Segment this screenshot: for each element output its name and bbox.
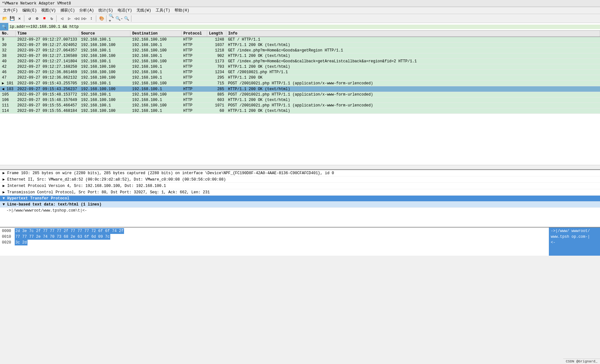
ascii-panel: ->|/www/ wwwroot/www.tpsh op.com-|<- xyxy=(549,228,600,256)
toolbar: 📂 💾 ✕ ↺ ⚙ ■ ↻ ◁ ▷ ◁◁ ▷▷ ↕ 🎨 🔍+ 🔍- 🔍 xyxy=(0,14,600,23)
table-cell: HTTP xyxy=(181,97,207,103)
packet-list[interactable]: No. Time Source Destination Protocol Len… xyxy=(0,31,600,165)
toolbar-go-last[interactable]: ▷▷ xyxy=(81,15,88,22)
table-cell: 2022-09-27 09:15:43.256237 xyxy=(15,86,79,92)
table-cell: 885 xyxy=(207,92,226,97)
table-cell: 2022-09-27 09:12:27.168250 xyxy=(15,64,79,70)
menu-item[interactable]: 分析(A) xyxy=(77,7,96,14)
table-row[interactable]: 322022-09-27 09:12:27.064357192.168.100.… xyxy=(0,48,600,53)
table-cell: 32 xyxy=(0,48,15,53)
table-cell: 192.168.100.100 xyxy=(130,37,181,43)
detail-row-linedata[interactable]: ▼ Line-based text data: text/html (1 lin… xyxy=(0,202,600,208)
table-cell: HTTP xyxy=(181,70,207,75)
toolbar-save[interactable]: 💾 xyxy=(9,15,16,22)
table-cell: 1234 xyxy=(207,70,226,75)
filter-icon: 🔍 xyxy=(0,23,8,30)
title-bar: *VMware Network Adapter VMnet8 xyxy=(0,0,600,7)
detail-row-frame[interactable]: ▶ Frame 103: 285 bytes on wire (2280 bit… xyxy=(0,170,600,176)
table-row[interactable]: 422022-09-27 09:12:27.168250192.168.100.… xyxy=(0,64,600,70)
table-cell: HTTP xyxy=(181,53,207,59)
table-row[interactable]: ▶ 1012022-09-27 09:15:43.255705192.168.1… xyxy=(0,81,600,86)
menu-item[interactable]: 视图(V) xyxy=(39,7,58,14)
table-row[interactable]: 402022-09-27 09:12:27.141804192.168.100.… xyxy=(0,59,600,64)
hex-row: 00002d 3e 7c 2f 77 77 77 2f 77 77 77 72 … xyxy=(2,228,547,234)
table-cell: 192.168.100.100 xyxy=(130,92,181,97)
table-cell: 2022-09-27 09:15:48.153772 xyxy=(15,92,79,97)
toolbar-go-fwd[interactable]: ▷ xyxy=(66,15,73,22)
menu-item[interactable]: 帮助(H) xyxy=(173,7,191,14)
table-cell: 192.168.100.100 xyxy=(79,53,130,59)
table-cell: 192.168.100.1 xyxy=(130,75,181,81)
table-row[interactable]: 382022-09-27 09:12:27.136580192.168.100.… xyxy=(0,53,600,59)
table-row[interactable]: 92022-09-27 09:12:27.007133192.168.100.1… xyxy=(0,37,600,43)
table-cell: 1173 xyxy=(207,59,226,64)
toolbar-zoom-in[interactable]: 🔍+ xyxy=(108,15,115,22)
table-cell: 192.168.100.100 xyxy=(79,97,130,103)
menu-item[interactable]: 工具(T) xyxy=(154,7,172,14)
table-cell: 192.168.100.1 xyxy=(79,81,130,86)
table-cell: 2022-09-27 09:15:43.255705 xyxy=(15,81,79,86)
table-row[interactable]: 472022-09-27 09:12:36.862132192.168.100.… xyxy=(0,75,600,81)
toolbar-sep5 xyxy=(131,15,132,22)
detail-row-ip[interactable]: ▶ Internet Protocol Version 4, Src: 192.… xyxy=(0,183,600,189)
title-text: *VMware Network Adapter VMnet8 xyxy=(2,1,71,6)
col-proto: Protocol xyxy=(181,31,207,37)
packet-table: No. Time Source Destination Protocol Len… xyxy=(0,31,600,114)
menu-bar: 文件(F)编辑(E)视图(V)捕获(C)分析(A)统计(S)电话(Y)无线(W)… xyxy=(0,7,600,14)
table-cell: GET /20010021.php HTTP/1.1 xyxy=(226,70,600,75)
table-row[interactable]: 1142022-09-27 09:15:55.468184192.168.100… xyxy=(0,108,600,114)
toolbar-coloring[interactable]: 🎨 xyxy=(98,15,105,22)
col-time: Time xyxy=(15,31,79,37)
horizontal-scrollbar[interactable] xyxy=(0,165,600,169)
table-cell: 192.168.100.1 xyxy=(130,64,181,70)
table-cell: 105 xyxy=(0,92,15,97)
table-cell: 703 xyxy=(207,64,226,70)
detail-row-ethernet[interactable]: ▶ Ethernet II, Src: VMware_d2:a8:52 (00:… xyxy=(0,176,600,183)
table-cell: 1218 xyxy=(207,48,226,53)
table-row[interactable]: 1062022-09-27 09:15:48.157649192.168.100… xyxy=(0,97,600,103)
toolbar-close[interactable]: ✕ xyxy=(16,15,23,22)
table-cell: 9 xyxy=(0,37,15,43)
menu-item[interactable]: 文件(F) xyxy=(1,7,20,14)
toolbar-sep4 xyxy=(106,15,107,22)
table-row[interactable]: 1112022-09-27 09:15:55.466457192.168.100… xyxy=(0,103,600,108)
col-len: Length xyxy=(207,31,226,37)
filter-input[interactable] xyxy=(8,25,600,29)
menu-item[interactable]: 无线(W) xyxy=(135,7,153,14)
detail-row-tcp[interactable]: ▶ Transmission Control Protocol, Src Por… xyxy=(0,189,600,196)
table-row[interactable]: ◀ 1032022-09-27 09:15:43.256237192.168.1… xyxy=(0,86,600,92)
table-cell: HTTP xyxy=(181,48,207,53)
menu-item[interactable]: 统计(S) xyxy=(97,7,115,14)
toolbar-open[interactable]: 📂 xyxy=(1,15,8,22)
table-cell: 2022-09-27 09:15:55.466457 xyxy=(15,103,79,108)
toolbar-go-back[interactable]: ◁ xyxy=(58,15,66,22)
toolbar-zoom-out[interactable]: 🔍- xyxy=(116,15,123,22)
table-cell: 715 xyxy=(207,81,226,86)
table-row[interactable]: 462022-09-27 09:12:36.861469192.168.100.… xyxy=(0,70,600,75)
detail-row-http[interactable]: ▼ Hypertext Transfer Protocol xyxy=(0,196,600,202)
table-cell: HTTP xyxy=(181,103,207,108)
table-cell: 114 xyxy=(0,108,15,114)
toolbar-stop[interactable]: ■ xyxy=(41,15,48,22)
table-cell: 295 xyxy=(207,75,226,81)
table-row[interactable]: 1052022-09-27 09:15:48.153772192.168.100… xyxy=(0,92,600,97)
toolbar-go-ref[interactable]: ↕ xyxy=(88,15,95,22)
table-cell: 2022-09-27 09:12:27.136580 xyxy=(15,53,79,59)
status-bar: CSDN @Grignard_ xyxy=(563,359,600,364)
menu-item[interactable]: 捕获(C) xyxy=(58,7,77,14)
menu-item[interactable]: 编辑(E) xyxy=(20,7,39,14)
toolbar-zoom-norm[interactable]: 🔍 xyxy=(123,15,130,22)
detail-row-linedata-sub[interactable]: ->|/www/wwwroot/www.tpshop.com\t|<- xyxy=(0,208,600,213)
table-cell: 60 xyxy=(207,108,226,114)
table-cell: 38 xyxy=(0,53,15,59)
toolbar-reload[interactable]: ↺ xyxy=(26,15,33,22)
toolbar-restart[interactable]: ↻ xyxy=(48,15,55,22)
table-cell: HTTP xyxy=(181,108,207,114)
toolbar-capture-opts[interactable]: ⚙ xyxy=(34,15,41,22)
toolbar-go-first[interactable]: ◁◁ xyxy=(73,15,80,22)
table-cell: 192.168.100.1 xyxy=(79,37,130,43)
menu-item[interactable]: 电话(Y) xyxy=(116,7,134,14)
table-row[interactable]: 302022-09-27 09:12:27.024052192.168.100.… xyxy=(0,43,600,48)
filter-bar: 🔍 xyxy=(0,23,600,31)
table-cell: HTTP/1.1 200 OK (text/html) xyxy=(226,64,600,70)
